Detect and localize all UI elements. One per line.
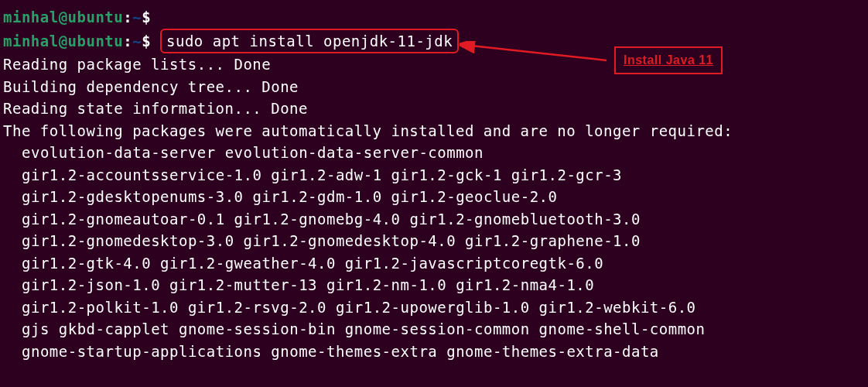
package-list-line: gir1.2-gnomeautoar-0.1 gir1.2-gnomebg-4.…	[3, 208, 865, 231]
package-list-line: gir1.2-json-1.0 gir1.2-mutter-13 gir1.2-…	[3, 274, 865, 296]
command-highlight-box: sudo apt install openjdk-11-jdk	[160, 29, 459, 54]
package-list-line: gir1.2-gdesktopenums-3.0 gir1.2-gdm-1.0 …	[3, 186, 865, 208]
package-list-line: gnome-startup-applications gnome-themes-…	[3, 341, 865, 363]
prompt-dollar: $	[142, 9, 151, 26]
output-line: Building dependency tree... Done	[3, 76, 865, 98]
prompt-at: @	[59, 33, 68, 50]
output-line: Reading package lists... Done	[3, 53, 865, 76]
prompt-colon: :	[123, 9, 132, 26]
prompt-colon: :	[123, 33, 132, 50]
output-line: The following packages were automaticall…	[3, 120, 865, 142]
package-list-line: gir1.2-accountsservice-1.0 gir1.2-adw-1 …	[3, 164, 865, 187]
prompt-user: minhal	[3, 33, 59, 50]
package-list-line: gir1.2-polkit-1.0 gir1.2-rsvg-2.0 gir1.2…	[3, 296, 865, 319]
package-list-line: evolution-data-server evolution-data-ser…	[3, 142, 865, 164]
command-text: sudo apt install openjdk-11-jdk	[166, 33, 453, 50]
prompt-line-1: minhal@ubuntu:~$	[3, 6, 865, 29]
prompt-at: @	[59, 9, 68, 26]
package-list-line: gir1.2-gnomedesktop-3.0 gir1.2-gnomedesk…	[3, 230, 865, 252]
package-list-line: gjs gkbd-capplet gnome-session-bin gnome…	[3, 318, 865, 341]
package-list-line: gir1.2-gtk-4.0 gir1.2-gweather-4.0 gir1.…	[3, 252, 865, 275]
prompt-host: ubuntu	[68, 33, 124, 50]
prompt-path: ~	[132, 33, 142, 50]
prompt-line-2[interactable]: minhal@ubuntu:~$ sudo apt install openjd…	[3, 29, 865, 54]
prompt-path: ~	[132, 9, 142, 26]
prompt-host: ubuntu	[68, 9, 124, 26]
annotation-label: Install Java 11	[614, 46, 723, 74]
output-line: Reading state information... Done	[3, 98, 865, 120]
prompt-dollar: $	[142, 33, 151, 50]
prompt-user: minhal	[3, 9, 59, 26]
